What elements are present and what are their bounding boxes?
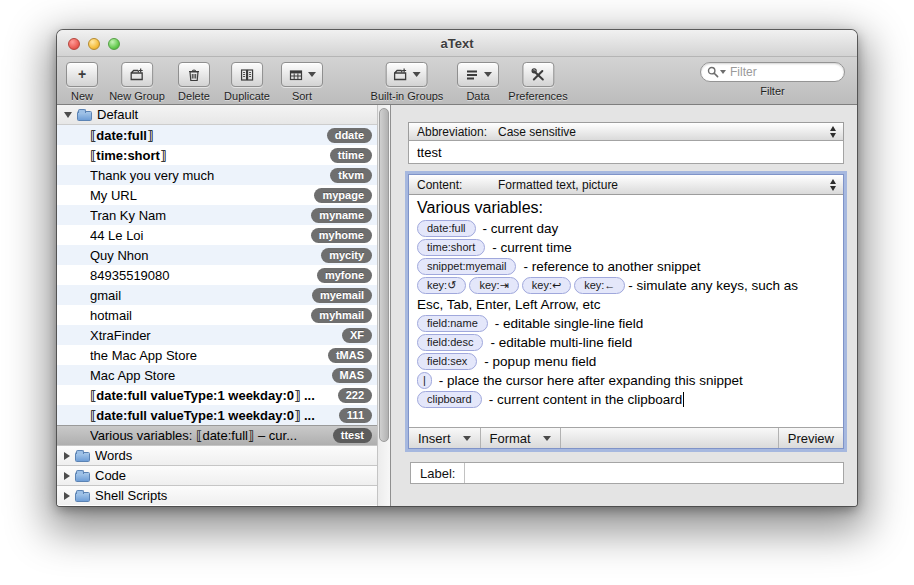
- token-pill[interactable]: snippet:myemail: [417, 258, 516, 275]
- abbreviation-badge: myhmail: [311, 308, 372, 323]
- token-pill[interactable]: time:short: [417, 239, 485, 256]
- toolbar-button-label: Preferences: [508, 90, 567, 102]
- label-input[interactable]: [465, 463, 843, 483]
- preview-button-label: Preview: [788, 431, 834, 446]
- token-pill[interactable]: field:sex: [417, 353, 477, 370]
- sidebar-group-words[interactable]: Words: [57, 445, 377, 465]
- snippet-row[interactable]: ⟦date:full valueType:1 weekday:0⟧ ...111: [57, 405, 377, 425]
- snippet-title: ⟦time:short⟧: [90, 148, 330, 163]
- abbreviation-popup[interactable]: Abbreviation: Case sensitive: [408, 122, 844, 141]
- footer-spacer: [561, 428, 778, 448]
- snippet-row[interactable]: Tran Ky Nammyname: [57, 205, 377, 225]
- token-pill[interactable]: key:↩: [522, 277, 571, 294]
- snippet-row[interactable]: XtraFinderXF: [57, 325, 377, 345]
- snippet-title: hotmail: [90, 308, 311, 323]
- filter-group: Filter: [700, 62, 845, 97]
- content-line: clipboard- current content in the clipbo…: [417, 390, 835, 408]
- snippet-row[interactable]: ⟦date:full⟧ddate: [57, 125, 377, 145]
- snippet-row[interactable]: ⟦time:short⟧ttime: [57, 145, 377, 165]
- chevron-down-icon: [484, 72, 492, 77]
- built-in-groups-button[interactable]: [386, 62, 428, 87]
- snippet-row[interactable]: Thank you very muchtkvm: [57, 165, 377, 185]
- data-button[interactable]: [457, 62, 499, 87]
- snippet-row[interactable]: 44 Le Loimyhome: [57, 225, 377, 245]
- snippet-row[interactable]: ⟦date:full valueType:1 weekday:0⟧ ...222: [57, 385, 377, 405]
- snippet-title: Quy Nhon: [90, 248, 321, 263]
- content-line: time:short- current time: [417, 238, 835, 256]
- token-pill[interactable]: key:←: [574, 277, 625, 294]
- new-group-button[interactable]: [121, 62, 153, 87]
- snippet-row[interactable]: 84935519080myfone: [57, 265, 377, 285]
- sidebar-group-shell-scripts[interactable]: Shell Scripts: [57, 485, 377, 505]
- abbreviation-input[interactable]: [409, 141, 843, 163]
- content-text-area[interactable]: Various variables:date:full- current day…: [409, 195, 843, 427]
- token-pill[interactable]: key:↺: [417, 277, 466, 294]
- sidebar-scrollbar-thumb[interactable]: [379, 108, 389, 442]
- atext-window: aText +NewNew GroupDeleteDuplicateSortBu…: [57, 30, 857, 506]
- snippet-row[interactable]: Mac App StoreMAS: [57, 365, 377, 385]
- list-lines-icon: [464, 67, 480, 83]
- content-text: - current time: [492, 240, 572, 255]
- content-line: snippet:myemail- reference to another sn…: [417, 257, 835, 275]
- snippet-row[interactable]: Quy Nhonmycity: [57, 245, 377, 265]
- new-folder-icon: [129, 67, 145, 83]
- abbreviation-badge: ddate: [327, 128, 372, 143]
- snippet-row[interactable]: Various variables: ⟦date:full⟧ – cur...t…: [57, 425, 377, 445]
- popup-stepper-icon: [830, 126, 836, 138]
- toolbar-item-delete: Delete: [178, 62, 210, 102]
- filter-input[interactable]: [730, 65, 838, 79]
- snippet-title: My URL: [90, 188, 314, 203]
- disclosure-open-icon[interactable]: [64, 112, 72, 118]
- token-pill[interactable]: field:desc: [417, 334, 483, 351]
- filter-search-field[interactable]: [700, 62, 845, 82]
- disclosure-closed-icon[interactable]: [64, 472, 70, 480]
- toolbar-button-label: Built-in Groups: [371, 90, 444, 102]
- label-field-label: Label:: [411, 463, 465, 483]
- token-pill[interactable]: clipboard: [417, 391, 482, 408]
- cursor-token-pill[interactable]: |: [417, 372, 432, 389]
- snippet-title: 84935519080: [90, 268, 317, 283]
- snippet-title: the Mac App Store: [90, 348, 328, 363]
- preferences-button[interactable]: [522, 62, 554, 87]
- token-pill[interactable]: date:full: [417, 220, 476, 237]
- abbreviation-badge: myhome: [311, 228, 372, 243]
- tools-icon: [530, 67, 546, 83]
- sidebar-group-code[interactable]: Code: [57, 465, 377, 485]
- group-label: Words: [95, 448, 377, 463]
- snippet-row[interactable]: hotmailmyhmail: [57, 305, 377, 325]
- format-menu-button[interactable]: Format: [481, 428, 561, 448]
- snippet-row[interactable]: the Mac App StoretMAS: [57, 345, 377, 365]
- duplicate-button[interactable]: [231, 62, 263, 87]
- content-selected-option: Formatted text, picture: [498, 178, 830, 192]
- toolbar-button-label: Duplicate: [224, 90, 270, 102]
- new-button[interactable]: +: [66, 62, 98, 87]
- abbreviation-label: Abbreviation:: [409, 125, 498, 139]
- snippet-row[interactable]: gmailmyemail: [57, 285, 377, 305]
- content-type-popup[interactable]: Content: Formatted text, picture: [409, 175, 843, 195]
- content-line: Esc, Tab, Enter, Left Arrow, etc: [417, 295, 835, 313]
- toolbar-button-label: Sort: [292, 90, 312, 102]
- format-menu-label: Format: [490, 431, 531, 446]
- group-label: Default: [97, 107, 377, 122]
- toolbar-button-label: New: [71, 90, 93, 102]
- sidebar-group-default[interactable]: Default: [57, 105, 377, 125]
- content-heading: Various variables:: [417, 199, 835, 217]
- preview-button[interactable]: Preview: [778, 428, 843, 448]
- snippet-title: ⟦date:full valueType:1 weekday:0⟧ ...: [90, 408, 339, 423]
- insert-menu-button[interactable]: Insert: [409, 428, 481, 448]
- delete-button[interactable]: [178, 62, 210, 87]
- title-bar[interactable]: aText: [57, 30, 857, 57]
- sort-button[interactable]: [281, 62, 323, 87]
- folder-icon: [77, 111, 92, 121]
- disclosure-closed-icon[interactable]: [64, 492, 70, 500]
- abbreviation-badge: MAS: [332, 368, 372, 383]
- toolbar-item-data: Data: [457, 62, 499, 102]
- disclosure-closed-icon[interactable]: [64, 452, 70, 460]
- main-split: Default⟦date:full⟧ddate⟦time:short⟧ttime…: [57, 105, 857, 506]
- content-label: Content:: [409, 178, 498, 192]
- token-pill[interactable]: field:name: [417, 315, 488, 332]
- folder-icon: [75, 452, 90, 462]
- snippet-row[interactable]: My URLmypage: [57, 185, 377, 205]
- sidebar-scrollbar[interactable]: [377, 105, 390, 506]
- token-pill[interactable]: key:⇥: [469, 277, 518, 294]
